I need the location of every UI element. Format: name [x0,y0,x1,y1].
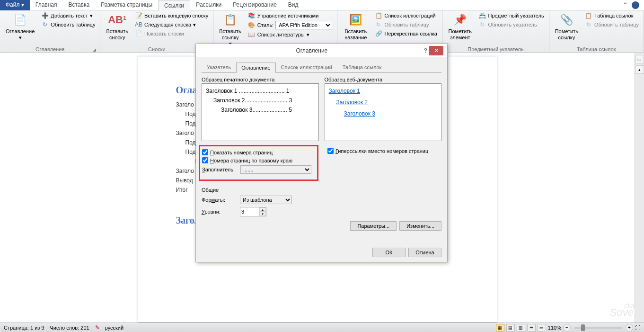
dialog-titlebar[interactable]: Оглавление ? ✕ [196,44,447,57]
manage-sources-button[interactable]: 📚Управление источниками [246,11,334,20]
tab-view[interactable]: Вид [282,0,304,10]
file-tab[interactable]: Файл ▾ [0,0,30,10]
language-status[interactable]: русский [105,325,124,331]
style-icon: 🎨 [248,21,256,29]
modify-button[interactable]: Изменить... [399,221,441,231]
outline-view-button[interactable]: ☰ [527,324,536,332]
dialog-help-icon[interactable]: ? [424,47,427,54]
right-align-label: Номера страниц по правому краю [210,158,292,163]
print-preview-label: Образец печатного документа [202,77,319,82]
formats-select[interactable]: Из шаблона [240,196,292,204]
tab-home[interactable]: Главная [30,0,63,10]
web-link[interactable]: Заголовок 1 [329,88,438,94]
insert-toa-button[interactable]: 📋Таблица ссылок [583,11,641,20]
cancel-button[interactable]: Отмена [408,248,441,257]
tab-insert[interactable]: Вставка [63,0,96,10]
footnote-icon: AB¹ [110,12,125,27]
dlg-tab-illus[interactable]: Список иллюстраций [276,62,337,72]
zoom-in-button[interactable]: + [626,324,633,332]
web-view-button[interactable]: ▥ [517,324,525,332]
tab-layout[interactable]: Разметка страницы [95,0,158,10]
style-dropdown[interactable]: APA Fifth Edition [275,21,332,29]
proofing-icon[interactable]: ✎ [95,324,99,331]
fullscreen-icon[interactable]: ⛶ [635,325,640,331]
hyperlinks-checkbox[interactable] [327,148,334,154]
group-launcher-icon[interactable]: ◢ [93,47,96,52]
leader-select[interactable]: ....... [240,165,311,174]
ruler-button[interactable]: ▢ [635,55,644,63]
web-preview: Заголовок 1 Заголовок 2 Заголовок 3 [325,83,442,141]
list-illustrations-button[interactable]: 📋Список иллюстраций [373,11,439,20]
dialog-tabs: Указатель Оглавление Список иллюстраций … [202,62,441,73]
insert-footnote-button[interactable]: AB¹ Вставить сноску [103,11,131,42]
update-toa-button[interactable]: ↻Обновить таблицу [583,20,641,29]
levels-label: Уровни: [202,209,237,215]
zoom-out-button[interactable]: − [563,324,571,332]
next-icon: AB [135,21,142,28]
dlg-tab-toa[interactable]: Таблица ссылок [337,62,387,72]
add-text-button[interactable]: ➕Добавить текст ▾ [39,11,97,20]
refresh-icon: ↻ [41,21,49,28]
word-count[interactable]: Число слов: 201 [50,325,89,331]
dlg-tab-index[interactable]: Указатель [202,62,236,72]
ok-button[interactable]: ОК [372,248,406,257]
insert-endnote-button[interactable]: 📝Вставить концевую сноску [133,11,210,20]
list-icon: 📋 [375,12,382,19]
show-notes-button[interactable]: 📄Показать сноски [133,29,210,38]
toc-dialog: Оглавление ? ✕ Указатель Оглавление Спис… [195,44,448,262]
mark-entry-button[interactable]: 📌 Пометить элемент [445,11,475,42]
levels-input[interactable] [240,207,259,216]
zoom-slider[interactable] [574,327,622,329]
citation-style-select[interactable]: 🎨Стиль: APA Fifth Edition [246,20,334,30]
right-align-checkbox[interactable] [202,157,208,163]
chevron-down-icon: ▾ [21,1,24,8]
refresh-icon: ↻ [585,21,592,28]
web-link[interactable]: Заголовок 3 [329,110,438,117]
minimize-ribbon-icon[interactable]: ⌃ [623,1,628,9]
tab-mail[interactable]: Рассылки [190,0,227,10]
print-preview: Заголовок 1 ............................… [202,83,319,141]
hyperlinks-label: Гиперссылки вместо номеров страниц [335,148,428,154]
spin-down-button[interactable]: ▼ [259,212,266,216]
options-button[interactable]: Параметры... [350,221,397,231]
dlg-tab-toc[interactable]: Оглавление [236,63,275,73]
next-footnote-button[interactable]: ABСледующая сноска ▾ [133,20,210,29]
help-icon[interactable]: ? [632,1,639,9]
bibliography-button[interactable]: 📖Список литературы ▾ [246,30,334,39]
index-icon: 📇 [478,12,486,19]
draft-view-button[interactable]: ▭ [538,324,546,332]
insert-citation-button[interactable]: 📋 Вставить ссылку▾ [216,11,244,48]
web-link[interactable]: Заголовок 2 [329,99,438,106]
print-layout-view-button[interactable]: ▦ [496,324,504,332]
highlighted-section: ППоказать номера страницоказать номера с… [199,145,318,181]
dialog-close-icon[interactable]: ✕ [429,46,443,55]
update-index-button[interactable]: ↻Обновить указатель [476,20,546,29]
tab-references[interactable]: Ссылки [158,0,190,11]
chevron-down-icon: ▾ [193,22,196,28]
endnote-icon: 📝 [135,12,142,19]
toc-button[interactable]: 📄 Оглавление▾ [3,11,37,42]
show-icon: 📄 [135,30,142,37]
insert-caption-button[interactable]: 🖼️ Вставить название [340,11,371,42]
tab-review[interactable]: Рецензирование [227,0,282,10]
toa-icon: 📋 [585,12,592,19]
scroll-up-button[interactable]: ▴ [635,65,644,74]
page-status[interactable]: Страница: 1 из 9 [4,325,44,331]
crossref-button[interactable]: 🔗Перекрестная ссылка [373,29,439,38]
biblio-icon: 📖 [248,31,256,38]
crossref-icon: 🔗 [375,30,382,37]
insert-index-button[interactable]: 📇Предметный указатель [476,11,546,20]
refresh-icon: ↻ [478,21,486,28]
show-numbers-checkbox[interactable] [202,149,208,155]
statusbar: Страница: 1 из 9 Число слов: 201 ✎ русск… [0,323,644,332]
reading-view-button[interactable]: ▤ [506,324,515,332]
zoom-level[interactable]: 110% [548,325,561,331]
spin-up-button[interactable]: ▲ [259,207,266,212]
update-captions-button[interactable]: ↻Обновить таблицу [373,20,439,29]
general-label: Общие [202,187,441,193]
mark-icon: 📌 [452,12,468,27]
mark-citation-button[interactable]: 📎 Пометить ссылку [552,11,581,42]
caption-icon: 🖼️ [348,12,363,27]
plus-icon: ➕ [41,12,49,19]
update-toc-button[interactable]: ↻Обновить таблицу [39,20,97,29]
